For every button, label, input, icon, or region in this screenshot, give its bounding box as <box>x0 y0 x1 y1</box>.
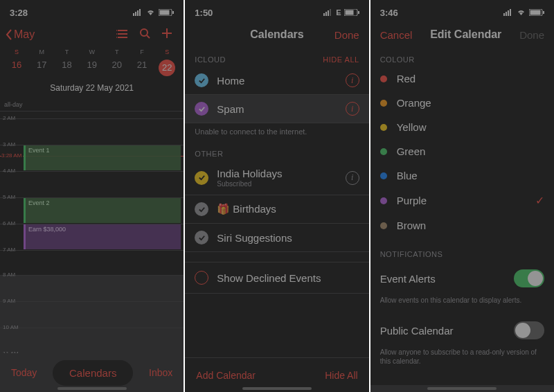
calendar-row-india[interactable]: India HolidaysSubscribed i <box>185 161 368 195</box>
calendars-list-view: 1:50 E Calendars Done ICLOUD HIDE ALL Ho… <box>185 0 368 392</box>
timeline[interactable]: 2 AM 3 AM 4 AM 5 AM 6 AM 7 AM 3:28 AM Ev… <box>0 112 184 275</box>
public-calendar-row: Public Calendar <box>370 313 554 348</box>
date-cell[interactable]: 16 <box>4 57 29 79</box>
svg-rect-18 <box>325 12 327 16</box>
today-button[interactable]: Today <box>11 367 37 378</box>
signal-icon <box>503 9 513 16</box>
svg-rect-1 <box>135 12 136 16</box>
colour-row-red[interactable]: Red <box>370 66 554 91</box>
calendar-row-home[interactable]: Home i <box>185 66 368 95</box>
calendar-row-spam[interactable]: Spam i <box>185 95 368 123</box>
colour-row-blue[interactable]: Blue <box>370 163 554 188</box>
date-cell[interactable]: 20 <box>105 57 129 79</box>
list-view-icon[interactable] <box>111 28 134 42</box>
svg-rect-5 <box>160 10 170 15</box>
wifi-icon <box>516 9 526 16</box>
section-header-icloud: ICLOUD HIDE ALL <box>185 48 368 66</box>
svg-rect-19 <box>328 10 329 16</box>
calendar-row-siri[interactable]: Siri Suggestions <box>185 224 368 252</box>
svg-rect-25 <box>506 12 507 16</box>
nav-bar: May <box>0 21 184 48</box>
signal-icon <box>323 9 333 16</box>
colour-row-orange[interactable]: Orange <box>370 91 554 115</box>
colour-row-green[interactable]: Green <box>370 139 554 163</box>
inbox-button[interactable]: Inbox <box>149 367 172 378</box>
setting-label: Public Calendar <box>380 325 454 337</box>
info-icon[interactable]: i <box>346 73 359 87</box>
svg-rect-17 <box>323 13 325 16</box>
modal-title: Calendars <box>250 28 303 41</box>
colour-dot <box>380 197 387 204</box>
calendar-label: 🎁Birthdays <box>217 203 359 215</box>
svg-rect-29 <box>530 10 540 15</box>
dates-row: 16 17 18 19 20 21 22 <box>0 55 184 82</box>
modal-header: Cancel Edit Calendar Done <box>370 21 554 48</box>
date-cell[interactable]: 18 <box>54 57 79 79</box>
event-block[interactable]: Event 1 <box>24 145 181 170</box>
home-indicator <box>427 387 497 390</box>
show-declined-row[interactable]: Show Declined Events <box>185 262 368 294</box>
back-label: May <box>14 28 35 41</box>
setting-label: Event Alerts <box>380 273 436 285</box>
check-icon[interactable] <box>195 73 208 87</box>
status-indicators <box>133 9 174 16</box>
hide-all-section-button[interactable]: HIDE ALL <box>323 55 359 64</box>
check-icon[interactable] <box>195 231 208 244</box>
status-bar: 3:28 <box>0 0 184 21</box>
weekday-header: S M T W T F S <box>0 48 184 55</box>
add-icon[interactable] <box>156 28 178 42</box>
checkmark-icon: ✓ <box>535 194 544 207</box>
colour-row-purple[interactable]: Purple✓ <box>370 188 554 213</box>
allday-row: all-day <box>0 98 184 112</box>
calendar-row-birthdays[interactable]: 🎁Birthdays <box>185 195 368 224</box>
colour-dot <box>380 172 387 179</box>
svg-rect-3 <box>139 9 141 16</box>
section-header-colour: COLOUR <box>370 48 554 66</box>
event-block[interactable]: Event 2 <box>24 198 181 223</box>
status-time: 3:46 <box>380 8 398 18</box>
svg-rect-24 <box>503 13 505 16</box>
svg-rect-2 <box>137 10 138 16</box>
info-icon[interactable]: i <box>346 102 359 116</box>
search-icon[interactable] <box>134 28 156 42</box>
colour-dot <box>380 100 387 107</box>
hint-text: Allow anyone to subscribe to a read-only… <box>370 348 554 374</box>
event-alerts-row: Event Alerts <box>370 261 554 296</box>
check-icon[interactable] <box>195 171 208 185</box>
done-button[interactable]: Done <box>334 29 359 41</box>
cancel-button[interactable]: Cancel <box>380 29 413 41</box>
radio-icon[interactable] <box>195 271 208 285</box>
colour-dot <box>380 124 387 131</box>
status-bar: 3:46 <box>370 0 554 21</box>
check-icon[interactable] <box>195 102 208 116</box>
status-time: 1:50 <box>195 8 213 18</box>
date-cell-today[interactable]: 22 <box>154 57 179 79</box>
svg-point-10 <box>116 30 117 31</box>
calendars-button[interactable]: Calendars <box>53 360 133 386</box>
calendar-label: Home <box>217 75 337 87</box>
back-button[interactable]: May <box>6 28 35 41</box>
hide-all-button[interactable]: Hide All <box>325 370 357 381</box>
date-cell[interactable]: 19 <box>80 57 105 79</box>
public-calendar-toggle[interactable] <box>514 321 544 339</box>
date-cell[interactable]: 17 <box>29 57 54 79</box>
calendar-label: Spam <box>217 103 337 115</box>
status-bar: 1:50 E <box>185 0 368 21</box>
info-icon[interactable]: i <box>346 171 359 185</box>
section-header-notifications: NOTIFICATIONS <box>370 243 554 261</box>
event-alerts-toggle[interactable] <box>514 269 544 287</box>
colour-row-yellow[interactable]: Yellow <box>370 115 554 139</box>
colour-row-brown[interactable]: Brown <box>370 213 554 238</box>
svg-point-13 <box>141 29 148 36</box>
network-type: E <box>336 8 341 17</box>
check-icon[interactable] <box>195 202 208 216</box>
gift-icon: 🎁 <box>217 203 230 215</box>
svg-rect-6 <box>172 11 174 14</box>
status-time: 3:28 <box>10 8 28 18</box>
section-header-other: OTHER <box>185 143 368 161</box>
date-cell[interactable]: 21 <box>129 57 154 79</box>
event-block[interactable]: Earn $38,000 <box>24 224 181 249</box>
add-calendar-button[interactable]: Add Calendar <box>196 370 256 381</box>
hint-text: Allow events on this calendar to display… <box>370 296 554 313</box>
svg-rect-20 <box>330 9 331 16</box>
